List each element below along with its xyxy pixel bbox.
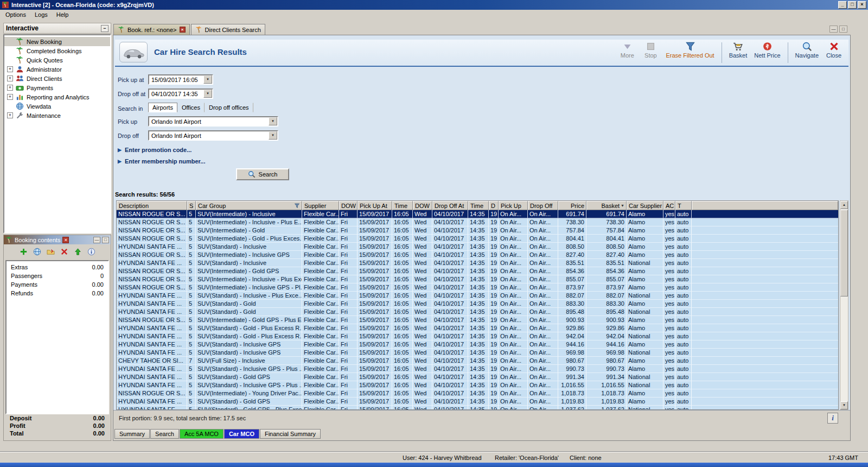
sidebar-item-reporting-and-analytics[interactable]: +Reporting and Analytics: [4, 92, 110, 102]
info-icon[interactable]: [87, 248, 95, 256]
column-header-d[interactable]: D: [489, 201, 499, 210]
web-icon[interactable]: [33, 248, 41, 256]
searchin-tab-drop-off-offices[interactable]: Drop off offices: [205, 103, 253, 112]
column-header-car-supplier[interactable]: Car Supplier: [627, 201, 663, 210]
filter-icon[interactable]: [294, 203, 300, 209]
menu-options[interactable]: Options: [1, 10, 30, 19]
column-header-pick-up[interactable]: Pick Up: [499, 201, 528, 210]
chevron-down-icon[interactable]: ▼: [203, 90, 212, 98]
tab-close-icon[interactable]: ×: [180, 27, 186, 33]
result-row[interactable]: HYUNDAI SANTA FE ...5SUV(Standard) - Gol…: [117, 397, 838, 406]
expander-icon[interactable]: +: [7, 75, 13, 81]
result-row[interactable]: NISSAN ROGUE OR S...5SUV(Intermediate) -…: [117, 275, 838, 283]
nett-price-button[interactable]: Nett Price: [754, 41, 780, 59]
result-row[interactable]: NISSAN ROGUE OR S...5SUV(Intermediate) -…: [117, 210, 838, 218]
result-row[interactable]: HYUNDAI SANTA FE ...5SUV(Standard) - Inc…: [117, 259, 838, 267]
basket-button[interactable]: Basket: [729, 41, 748, 59]
mdi-minimize-icon[interactable]: —: [829, 26, 838, 33]
grid-scrollbar[interactable]: ▲ ▼: [840, 200, 848, 410]
bottom-tab-car-mco[interactable]: Car MCO: [224, 429, 259, 439]
scrollbar-thumb[interactable]: [840, 210, 848, 296]
tab-book-ref-none[interactable]: Book. ref.: <none>×: [113, 24, 190, 35]
mdi-restore-icon[interactable]: □: [839, 26, 847, 33]
result-row[interactable]: HYUNDAI SANTA FE ...5SUV(Standard) - Gol…: [117, 373, 838, 381]
column-header-dow[interactable]: DOW: [339, 201, 358, 210]
result-row[interactable]: NISSAN ROGUE OR S...5SUV(Intermediate) -…: [117, 218, 838, 226]
chevron-down-icon[interactable]: ▼: [269, 117, 277, 125]
sidebar-item-administrator[interactable]: +Administrator: [4, 65, 110, 74]
sidebar-item-new-booking[interactable]: New Booking: [4, 37, 110, 46]
column-header-s[interactable]: S: [187, 201, 196, 210]
column-header-dow[interactable]: DOW: [413, 201, 432, 210]
column-header-drop-off[interactable]: Drop Off: [528, 201, 558, 210]
delete-icon[interactable]: [60, 248, 68, 256]
dropoff-combobox[interactable]: Orlando Intl Airport ▼: [148, 130, 278, 141]
result-row[interactable]: HYUNDAI SANTA FE ...5SUV(Standard) - Inc…: [117, 381, 838, 389]
minimize-icon[interactable]: _: [838, 1, 847, 9]
expander-icon[interactable]: +: [7, 94, 13, 100]
result-row[interactable]: HYUNDAI SANTA FE ...5SUV(Standard) - Inc…: [117, 243, 838, 251]
info-icon[interactable]: i: [827, 413, 838, 424]
pickup-combobox[interactable]: Orlando Intl Airport ▼: [148, 116, 278, 127]
column-header-basket[interactable]: Basket▼: [586, 201, 627, 210]
result-row[interactable]: HYUNDAI SANTA FE ...5SUV(Standard) - Gol…: [117, 332, 838, 340]
column-header-car-group[interactable]: Car Group: [196, 201, 302, 210]
sidebar-item-direct-clients[interactable]: +Direct Clients: [4, 74, 110, 83]
result-row[interactable]: NISSAN ROGUE OR S...5SUV(Intermediate) -…: [117, 316, 838, 324]
booking-row-payments[interactable]: Payments0.00: [7, 281, 108, 290]
navigate-button[interactable]: Navigate: [795, 41, 819, 59]
close-icon[interactable]: ×: [62, 237, 69, 243]
result-row[interactable]: NISSAN ROGUE OR S...5SUV(Intermediate) -…: [117, 251, 838, 259]
sidebar-item-viewdata[interactable]: Viewdata: [4, 102, 110, 111]
bottom-tab-search[interactable]: Search: [150, 429, 179, 439]
result-row[interactable]: HYUNDAI SANTA FE ...5SUV(Standard) - Inc…: [117, 349, 838, 357]
maximize-icon[interactable]: □: [848, 1, 857, 9]
result-row[interactable]: HYUNDAI SANTA FE ...5SUV(Standard) - Inc…: [117, 365, 838, 373]
column-header-price[interactable]: Price: [558, 201, 586, 210]
result-row[interactable]: HYUNDAI SANTA FE ...5SUV(Standard) - Inc…: [117, 340, 838, 349]
close-button[interactable]: Close: [826, 41, 842, 59]
bottom-tab-financial-summary[interactable]: Financial Summary: [260, 429, 321, 439]
bottom-tab-acc-5a-mco[interactable]: Acc 5A MCO: [180, 429, 224, 439]
column-header-time[interactable]: Time: [468, 201, 489, 210]
column-header-drop-off-at[interactable]: Drop Off At: [432, 201, 468, 210]
expander-icon[interactable]: +: [7, 112, 13, 118]
column-header-time[interactable]: Time: [392, 201, 413, 210]
dropoff-at-field[interactable]: 04/10/2017 14:35 ▼: [148, 89, 213, 99]
searchin-tab-airports[interactable]: Airports: [148, 103, 177, 112]
export-icon[interactable]: [47, 248, 55, 256]
restore-icon[interactable]: □: [102, 237, 109, 243]
column-header-pick-up-at[interactable]: Pick Up At: [358, 201, 392, 210]
expander-icon[interactable]: +: [7, 66, 13, 72]
tab-direct-clients-search[interactable]: Direct Clients Search: [191, 24, 265, 35]
chevron-down-icon[interactable]: ▼: [269, 131, 277, 140]
sidebar-item-payments[interactable]: +Payments: [4, 83, 110, 92]
result-row[interactable]: HYUNDAI SANTA FE ...5SUV(Standard) - Inc…: [117, 292, 838, 300]
sidebar-item-maintenance[interactable]: +Maintenance: [4, 111, 110, 120]
collapse-icon[interactable]: −: [101, 25, 108, 32]
chevron-down-icon[interactable]: ▼: [203, 75, 212, 84]
stop-button[interactable]: Stop: [642, 41, 659, 59]
bottom-tab-summary[interactable]: Summary: [114, 429, 150, 439]
minimize-icon[interactable]: —: [93, 237, 100, 243]
result-row[interactable]: HYUNDAI SANTA FE ...5SUV(Standard) - Gol…: [117, 300, 838, 308]
result-row[interactable]: NISSAN ROGUE OR S...5SUV(Intermediate) -…: [117, 226, 838, 235]
menu-logs[interactable]: Logs: [30, 10, 52, 19]
sidebar-item-completed-bookings[interactable]: Completed Bookings: [4, 46, 110, 55]
search-button[interactable]: Search: [236, 168, 289, 180]
add-icon[interactable]: [20, 248, 28, 256]
more-button[interactable]: More: [619, 41, 635, 59]
column-header-supplier[interactable]: Supplier: [302, 201, 339, 210]
booking-row-passengers[interactable]: Passengers0: [7, 273, 108, 281]
searchin-tab-offices[interactable]: Offices: [177, 103, 205, 112]
result-row[interactable]: HYUNDAI SANTA FE ...5SUV(Standard) - Gol…: [117, 308, 838, 316]
membership-number-expander[interactable]: ▶ Enter membership number...: [118, 158, 205, 165]
expander-icon[interactable]: +: [7, 85, 13, 91]
promotion-code-expander[interactable]: ▶ Enter promotion code...: [118, 147, 192, 153]
result-row[interactable]: HYUNDAI SANTA FE ...5SUV(Standard) - Gol…: [117, 324, 838, 332]
pickup-at-field[interactable]: 15/09/2017 16:05 ▼: [148, 74, 213, 85]
column-header-description[interactable]: Description: [117, 201, 187, 210]
scroll-down-icon[interactable]: ▼: [840, 401, 848, 409]
erase-filtered-out-button[interactable]: Erase Filtered Out: [666, 41, 714, 59]
scroll-up-icon[interactable]: ▲: [840, 201, 848, 209]
